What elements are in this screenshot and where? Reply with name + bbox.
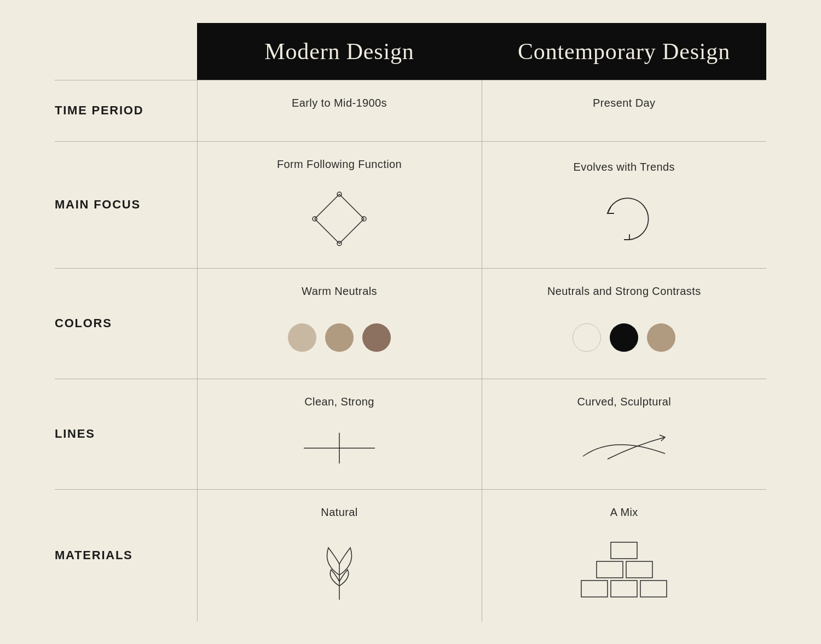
main-focus-label-cell: MAIN FOCUS	[55, 141, 197, 268]
modern-design-title: Modern Design	[197, 23, 482, 80]
materials-modern-title: Natural	[209, 506, 471, 519]
main-focus-row: MAIN FOCUS Form Following Function Evolv	[55, 141, 766, 268]
materials-modern-cell: Natural	[197, 489, 482, 622]
warm-neutral-circle-2	[325, 323, 354, 352]
comparison-table: Modern Design Contemporary Design TIME P…	[55, 23, 766, 622]
plant-visual	[209, 534, 471, 605]
colors-contemporary-cell: Neutrals and Strong Contrasts	[482, 268, 766, 379]
diamond-icon	[307, 186, 372, 252]
materials-label: MATERIALS	[55, 548, 133, 562]
blocks-icon	[575, 534, 673, 605]
label-column-header	[55, 23, 197, 80]
cycle-visual	[493, 189, 756, 249]
lines-modern-title: Clean, Strong	[209, 396, 471, 408]
svg-rect-9	[611, 581, 637, 597]
svg-rect-11	[597, 561, 623, 578]
contrast-circle-black	[610, 323, 638, 352]
main-focus-label: MAIN FOCUS	[55, 198, 141, 211]
clean-lines-icon	[296, 426, 383, 470]
colors-modern-cell: Warm Neutrals	[197, 268, 482, 379]
blocks-visual	[493, 534, 756, 605]
contemporary-design-header: Contemporary Design	[482, 23, 766, 80]
lines-contemporary-cell: Curved, Sculptural	[482, 379, 766, 489]
colors-label: COLORS	[55, 316, 112, 330]
time-period-modern-cell: Early to Mid-1900s	[197, 80, 482, 141]
svg-rect-13	[611, 542, 637, 559]
colors-label-cell: COLORS	[55, 268, 197, 379]
lines-label: LINES	[55, 427, 95, 440]
materials-contemporary-cell: A Mix	[482, 489, 766, 622]
main-focus-modern-cell: Form Following Function	[197, 141, 482, 268]
warm-neutral-circle-3	[362, 323, 391, 352]
materials-label-cell: MATERIALS	[55, 489, 197, 622]
materials-contemporary-title: A Mix	[493, 506, 756, 519]
time-period-label: TIME PERIOD	[55, 103, 143, 117]
time-period-contemporary-cell: Present Day	[482, 80, 766, 141]
time-period-row: TIME PERIOD Early to Mid-1900s Present D…	[55, 80, 766, 141]
main-focus-contemporary-cell: Evolves with Trends	[482, 141, 766, 268]
svg-rect-8	[581, 581, 608, 597]
svg-rect-10	[640, 581, 667, 597]
contrast-circle-taupe	[647, 323, 675, 352]
header-row: Modern Design Contemporary Design	[55, 23, 766, 80]
diamond-visual	[209, 186, 471, 252]
svg-marker-0	[315, 194, 364, 243]
warm-neutrals-circles	[209, 313, 471, 362]
clean-lines-visual	[209, 423, 471, 473]
lines-row: LINES Clean, Strong Curved, Sculptural	[55, 379, 766, 489]
lines-contemporary-title: Curved, Sculptural	[493, 396, 756, 408]
time-period-contemporary-title: Present Day	[493, 97, 756, 109]
colors-contemporary-title: Neutrals and Strong Contrasts	[493, 285, 756, 298]
modern-design-header: Modern Design	[197, 23, 482, 80]
colors-row: COLORS Warm Neutrals Neutrals and Strong…	[55, 268, 766, 379]
colors-modern-title: Warm Neutrals	[209, 285, 471, 298]
lines-modern-cell: Clean, Strong	[197, 379, 482, 489]
lines-label-cell: LINES	[55, 379, 197, 489]
curved-lines-icon	[575, 423, 673, 473]
curved-lines-visual	[493, 423, 756, 473]
main-focus-contemporary-title: Evolves with Trends	[493, 161, 756, 173]
plant-icon	[312, 534, 367, 605]
main-focus-modern-title: Form Following Function	[209, 158, 471, 171]
svg-rect-12	[626, 561, 652, 578]
contrast-circles	[493, 313, 756, 362]
contrast-circle-white	[573, 323, 601, 352]
contemporary-design-title: Contemporary Design	[482, 23, 766, 80]
time-period-label-cell: TIME PERIOD	[55, 80, 197, 141]
materials-row: MATERIALS Natural	[55, 489, 766, 622]
cycle-icon	[594, 189, 654, 249]
warm-neutral-circle-1	[288, 323, 316, 352]
time-period-modern-title: Early to Mid-1900s	[209, 97, 471, 109]
